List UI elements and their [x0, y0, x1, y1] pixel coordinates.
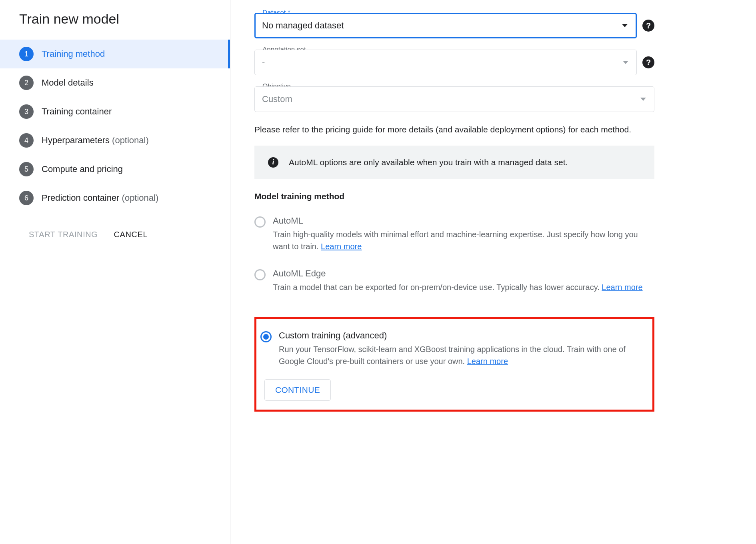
step-label: Training container [42, 106, 112, 116]
annotation-value: - [262, 57, 265, 68]
training-method-heading: Model training method [254, 192, 654, 201]
step-label: Prediction container [42, 193, 119, 203]
radio-button [254, 216, 266, 228]
step-number: 4 [19, 133, 34, 148]
highlight-annotation: Custom training (advanced) Run your Tens… [254, 317, 654, 412]
radio-description: Train a model that can be exported for o… [273, 281, 654, 293]
radio-title: AutoML [273, 216, 654, 226]
sidebar: Train new model 1 Training method 2 Mode… [0, 0, 230, 544]
learn-more-link[interactable]: Learn more [467, 357, 508, 366]
cancel-button[interactable]: CANCEL [114, 230, 148, 239]
step-prediction-container[interactable]: 6 Prediction container (optional) [0, 184, 230, 212]
step-optional: (optional) [110, 135, 149, 145]
step-number: 5 [19, 162, 34, 176]
step-model-details[interactable]: 2 Model details [0, 68, 230, 97]
annotation-field: Annotation set - [254, 50, 637, 75]
step-optional: (optional) [119, 193, 158, 203]
info-text: AutoML options are only available when y… [289, 156, 568, 169]
info-icon: i [268, 157, 278, 168]
step-training-method[interactable]: 1 Training method [0, 40, 230, 68]
training-method-radio-group: AutoML Train high-quality models with mi… [254, 216, 654, 412]
pricing-note: Please refer to the pricing guide for mo… [254, 123, 654, 136]
dataset-value: No managed dataset [262, 20, 344, 31]
learn-more-link[interactable]: Learn more [602, 283, 642, 292]
step-compute-pricing[interactable]: 5 Compute and pricing [0, 155, 230, 184]
help-icon[interactable]: ? [642, 20, 654, 32]
chevron-down-icon [623, 61, 628, 64]
step-number: 3 [19, 104, 34, 119]
objective-select[interactable]: Custom [254, 86, 654, 112]
step-number: 1 [19, 47, 34, 61]
radio-description: Train high-quality models with minimal e… [273, 228, 654, 252]
start-training-button[interactable]: START TRAINING [29, 230, 98, 239]
page-title: Train new model [0, 7, 230, 40]
step-label: Training method [42, 49, 105, 59]
step-list: 1 Training method 2 Model details 3 Trai… [0, 40, 230, 212]
continue-button[interactable]: CONTINUE [264, 379, 331, 401]
dataset-field: Dataset * No managed dataset [254, 13, 637, 38]
radio-automl-edge: AutoML Edge Train a model that can be ex… [254, 268, 654, 293]
radio-title: Custom training (advanced) [279, 330, 644, 341]
radio-description: Run your TensorFlow, scikit-learn and XG… [279, 343, 644, 367]
objective-value: Custom [262, 94, 292, 104]
step-label: Model details [42, 78, 94, 88]
radio-button [254, 269, 266, 280]
dataset-select[interactable]: No managed dataset [254, 13, 637, 38]
step-label: Compute and pricing [42, 164, 123, 174]
annotation-select[interactable]: - [254, 50, 637, 75]
main-content: Dataset * No managed dataset ? Annotatio… [230, 0, 678, 544]
learn-more-link[interactable]: Learn more [321, 242, 362, 251]
step-label: Hyperparameters [42, 135, 110, 145]
chevron-down-icon [622, 24, 628, 27]
info-banner: i AutoML options are only available when… [254, 146, 654, 179]
help-icon[interactable]: ? [642, 56, 654, 68]
step-number: 6 [19, 191, 34, 205]
chevron-down-icon [640, 98, 646, 101]
radio-title: AutoML Edge [273, 268, 654, 279]
objective-field: Objective Custom [254, 86, 654, 112]
step-training-container[interactable]: 3 Training container [0, 97, 230, 126]
radio-automl: AutoML Train high-quality models with mi… [254, 216, 654, 252]
radio-button[interactable] [260, 331, 272, 342]
step-number: 2 [19, 76, 34, 90]
step-hyperparameters[interactable]: 4 Hyperparameters (optional) [0, 126, 230, 155]
radio-custom-training[interactable]: Custom training (advanced) Run your Tens… [260, 330, 644, 367]
sidebar-actions: START TRAINING CANCEL [0, 212, 230, 239]
